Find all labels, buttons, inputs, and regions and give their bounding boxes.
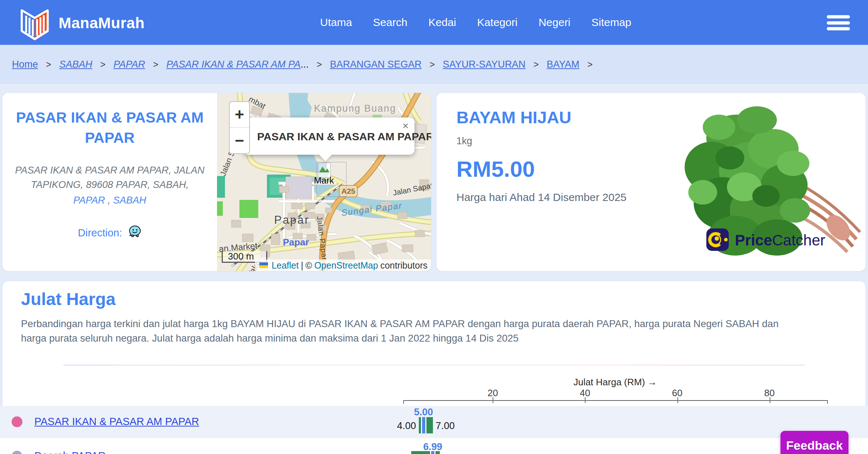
breadcrumb-separator: > (317, 59, 322, 70)
row-store-link[interactable]: Daerah PAPAR (34, 450, 106, 454)
row-value-marker (430, 451, 435, 454)
product-unit: 1kg (456, 136, 472, 147)
nav-kedai[interactable]: Kedai (428, 16, 456, 29)
axis-tick-label: 20 (488, 387, 498, 399)
crumb-store[interactable]: PASAR IKAN & PASAR AM PA (166, 59, 301, 70)
openstreetmap-link[interactable]: OpenStreetMap (314, 260, 378, 271)
app-header: ManaMurah Utama Search Kedai Kategori Ne… (0, 0, 868, 45)
pricecatcher-wordmark: PriceCatcher (735, 232, 825, 249)
nav-utama[interactable]: Utama (320, 16, 352, 29)
crumb-barangan-segar[interactable]: BARANGAN SEGAR (330, 59, 422, 70)
crumb-ellipsis: ... (301, 59, 309, 70)
crumb-papar[interactable]: PAPAR (114, 59, 145, 70)
axis-tick-label: 60 (672, 387, 682, 399)
map-label-town: Papar (274, 214, 310, 226)
row-max-label: 7.00 (436, 420, 455, 432)
row-dot (12, 416, 22, 427)
crumb-sabah[interactable]: SABAH (59, 59, 93, 70)
page: ManaMurah Utama Search Kedai Kategori Ne… (0, 0, 868, 454)
nav-search[interactable]: Search (373, 16, 407, 29)
crumb-home[interactable]: Home (12, 59, 38, 70)
section-description: Perbandingan harga terkini dan julat har… (21, 317, 779, 346)
comma: , (108, 195, 111, 206)
map-zoom-control: + − (229, 101, 250, 154)
crumb-sayur-sayuran[interactable]: SAYUR-SAYURAN (443, 59, 526, 70)
crumb-bayam[interactable]: BAYAM (547, 59, 580, 70)
section-divider (63, 365, 805, 365)
attr-copyright: © (305, 260, 312, 271)
state-link[interactable]: SABAH (113, 195, 146, 206)
map-label-village: Kampung Buang (314, 103, 396, 114)
price-date-note: Harga hari Ahad 14 Disember 2025 (456, 191, 626, 204)
manamurah-logo-icon (17, 4, 52, 42)
axis-label: Julat Harga (RM) → (525, 377, 706, 388)
waze-icon[interactable] (128, 225, 142, 241)
brand-name: ManaMurah (59, 14, 145, 32)
breadcrumb: Home > SABAH > PAPAR > PASAR IKAN & PASA… (12, 45, 593, 84)
row-store-link[interactable]: PASAR IKAN & PASAR AM PAPAR (34, 416, 199, 428)
product-price: RM5.00 (456, 156, 535, 182)
breadcrumb-separator: > (430, 59, 435, 70)
district-link[interactable]: PAPAR (73, 195, 105, 206)
axis-endcap (827, 400, 828, 404)
feedback-button[interactable]: Feedback (780, 431, 848, 454)
axis-endcap (403, 400, 404, 404)
popup-close-icon[interactable]: × (402, 120, 409, 132)
product-card: BAYAM HIJAU 1kg RM5.00 Harga hari Ahad 1… (437, 93, 865, 271)
breadcrumb-separator: > (100, 59, 106, 70)
zoom-in-button[interactable]: + (230, 102, 249, 128)
axis-line (403, 400, 827, 401)
attr-separator: | (301, 260, 303, 271)
breadcrumb-separator: > (46, 59, 51, 70)
axis-tick-label: 80 (764, 387, 775, 399)
leaflet-link[interactable]: Leaflet (272, 260, 299, 271)
popup-title: PASAR IKAN & PASAR AM PAPAR (257, 130, 402, 143)
row-range-bar (411, 451, 440, 454)
zoom-out-button[interactable]: − (230, 128, 249, 153)
axis-tick-label: 40 (580, 387, 590, 399)
main-nav: Utama Search Kedai Kategori Negeri Sitem… (320, 0, 631, 45)
map-label-station: Papar (283, 237, 309, 248)
breadcrumb-separator: > (153, 59, 158, 70)
direction-row: Direction: (3, 225, 217, 241)
nav-kategori[interactable]: Kategori (477, 16, 518, 29)
map-attribution: Leaflet | © OpenStreetMap contributors (255, 260, 431, 271)
nav-sitemap[interactable]: Sitemap (591, 16, 631, 29)
section-heading: Julat Harga (21, 289, 115, 309)
leaflet-map[interactable]: A25 Kampung Buang Papar Papar Sungai Pap… (217, 93, 431, 271)
row-min-label: 4.00 (397, 420, 416, 432)
row-value-label: 5.00 (414, 407, 433, 418)
breadcrumb-bar: Home > SABAH > PAPAR > PASAR IKAN & PASA… (0, 45, 868, 84)
hamburger-menu-icon[interactable] (827, 15, 850, 30)
direction-label: Direction: (78, 227, 122, 239)
pricecatcher-icon (706, 227, 730, 253)
breadcrumb-separator: > (533, 59, 539, 70)
ukraine-flag-icon (259, 262, 268, 268)
product-name: BAYAM HIJAU (456, 107, 571, 127)
marker-alt-text: Mark (314, 175, 334, 186)
row-value-marker (421, 417, 426, 433)
store-area-links: PAPAR , SABAH (3, 195, 217, 206)
nav-negeri[interactable]: Negeri (539, 16, 570, 29)
store-info: PASAR IKAN & PASAR AM PAPAR PASAR IKAN &… (3, 93, 217, 271)
store-title: PASAR IKAN & PASAR AM PAPAR (3, 107, 217, 148)
map-popup: PASAR IKAN & PASAR AM PAPAR × (243, 117, 414, 155)
store-address: PASAR IKAN & PASAR AM PAPAR, JALAN TAPIK… (3, 163, 217, 192)
breadcrumb-separator: > (587, 59, 593, 70)
brand[interactable]: ManaMurah (17, 4, 145, 42)
store-card: PASAR IKAN & PASAR AM PAPAR PASAR IKAN &… (3, 93, 431, 271)
pricecatcher-logo: PriceCatcher (706, 227, 825, 253)
attr-contributors: contributors (380, 260, 427, 271)
